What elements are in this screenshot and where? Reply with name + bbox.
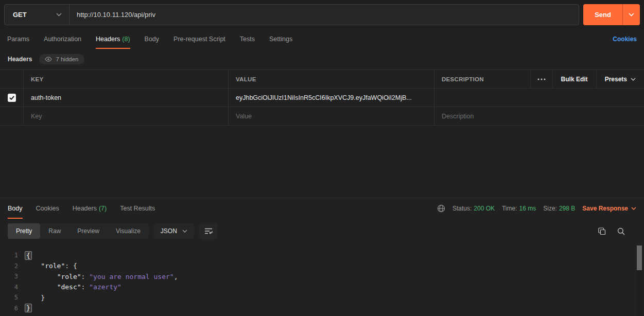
code-line-content: "role": "you are normal user", xyxy=(25,273,178,280)
search-icon[interactable] xyxy=(617,227,625,235)
bulk-edit-button[interactable]: Bulk Edit xyxy=(552,70,596,88)
send-button[interactable]: Send xyxy=(583,4,622,25)
request-bar: GET Send xyxy=(0,0,644,29)
send-options-button[interactable] xyxy=(622,4,640,25)
tab-headers[interactable]: Headers (8) xyxy=(96,29,130,49)
code-line-content: "desc": "azerty" xyxy=(25,283,121,291)
response-meta: Status: 200 OK Time: 16 ms Size: 298 B S… xyxy=(437,198,636,219)
view-mode-group: Pretty Raw Preview Visualize xyxy=(8,223,149,239)
presets-label: Presets xyxy=(605,76,627,83)
response-tab-test-results[interactable]: Test Results xyxy=(120,198,155,219)
postman-app: GET Send Params Authorization Headers (8… xyxy=(0,0,644,316)
chevron-down-icon xyxy=(182,230,187,233)
code-line-content: } xyxy=(25,294,45,302)
line-number: 2 xyxy=(0,262,25,270)
row-checkbox[interactable] xyxy=(8,94,16,102)
save-response-label: Save Response xyxy=(582,205,628,212)
response-tab-body[interactable]: Body xyxy=(8,198,23,219)
ellipsis-icon xyxy=(537,78,546,80)
code-line: 4 "desc": "azerty" xyxy=(0,282,644,293)
status-badge: Status: 200 OK xyxy=(452,205,495,212)
empty-area xyxy=(0,126,644,198)
wrap-lines-icon xyxy=(204,227,213,235)
new-key-field[interactable]: Key xyxy=(23,107,228,125)
chevron-down-icon xyxy=(56,13,62,16)
presets-button[interactable]: Presets xyxy=(596,70,644,88)
response-toolbar: Pretty Raw Preview Visualize JSON xyxy=(0,219,644,244)
time-value: 16 ms xyxy=(519,205,536,212)
scrollbar-thumb[interactable] xyxy=(637,245,642,270)
globe-icon[interactable] xyxy=(437,204,445,213)
response-tab-headers-label: Headers xyxy=(73,205,97,212)
size-value: 298 B xyxy=(559,205,575,212)
view-mode-pretty[interactable]: Pretty xyxy=(8,223,40,239)
select-all-cell xyxy=(0,70,23,88)
line-number: 5 xyxy=(0,294,25,301)
request-tabs: Params Authorization Headers (8) Body Pr… xyxy=(0,29,644,49)
header-value-field[interactable]: eyJhbGciOiJIUzI1NiIsInR5cCI6IkpXVCJ9.eyJ… xyxy=(228,89,434,107)
time-label: Time: xyxy=(502,205,517,212)
chevron-down-icon xyxy=(631,78,636,81)
eye-icon xyxy=(45,57,52,62)
save-response-button[interactable]: Save Response xyxy=(582,205,636,212)
checkbox-cell xyxy=(0,89,23,107)
tab-prerequest-script[interactable]: Pre-request Script xyxy=(173,29,225,49)
line-number: 3 xyxy=(0,273,25,280)
header-description-field[interactable] xyxy=(434,89,644,107)
cookies-link[interactable]: Cookies xyxy=(613,36,637,43)
header-row-new: Key Value Description xyxy=(0,107,644,126)
tab-tests[interactable]: Tests xyxy=(240,29,255,49)
header-key-field[interactable]: auth-token xyxy=(23,89,228,107)
time-badge: Time: 16 ms xyxy=(502,205,536,212)
method-label: GET xyxy=(13,11,27,19)
tab-settings[interactable]: Settings xyxy=(269,29,292,49)
column-description: DESCRIPTION xyxy=(434,76,530,82)
view-mode-raw[interactable]: Raw xyxy=(40,223,69,239)
size-badge: Size: 298 B xyxy=(543,205,575,212)
code-line: 6} xyxy=(0,303,644,314)
check-icon xyxy=(9,96,14,100)
headers-section-title: Headers xyxy=(8,56,32,63)
line-number: 1 xyxy=(0,252,25,259)
response-tabs: Body Cookies Headers (7) Test Results St… xyxy=(0,198,644,219)
response-tab-headers[interactable]: Headers (7) xyxy=(73,198,107,219)
hidden-headers-toggle[interactable]: 7 hidden xyxy=(39,54,84,64)
size-label: Size: xyxy=(543,205,557,212)
format-label: JSON xyxy=(161,227,177,235)
new-value-field[interactable]: Value xyxy=(228,107,434,125)
copy-icon[interactable] xyxy=(598,227,606,235)
wrap-lines-button[interactable] xyxy=(199,223,218,239)
code-line: 3 "role": "you are normal user", xyxy=(0,271,644,282)
column-value: VALUE xyxy=(228,70,434,88)
response-tab-cookies[interactable]: Cookies xyxy=(36,198,59,219)
hidden-headers-label: 7 hidden xyxy=(56,56,78,62)
response-panel: Body Cookies Headers (7) Test Results St… xyxy=(0,198,644,316)
headers-table-head: KEY VALUE DESCRIPTION Bulk Edit Presets xyxy=(0,69,644,89)
column-key: KEY xyxy=(23,70,228,88)
code-line: 1{ xyxy=(0,250,644,261)
more-actions-button[interactable] xyxy=(530,70,552,88)
method-select[interactable]: GET xyxy=(5,5,69,25)
header-row-auth-token: auth-token eyJhbGciOiJIUzI1NiIsInR5cCI6I… xyxy=(0,89,644,107)
response-body-viewer: 1{2 "role": {3 "role": "you are normal u… xyxy=(0,244,644,316)
new-description-field[interactable]: Description xyxy=(434,107,644,125)
format-select[interactable]: JSON xyxy=(154,223,194,239)
tab-headers-label: Headers xyxy=(96,36,120,43)
chevron-down-icon xyxy=(631,207,636,210)
headers-section-header: Headers 7 hidden xyxy=(0,49,644,69)
view-mode-visualize[interactable]: Visualize xyxy=(108,223,149,239)
url-input[interactable] xyxy=(69,5,579,25)
response-code: 1{2 "role": {3 "role": "you are normal u… xyxy=(0,250,644,313)
tab-params[interactable]: Params xyxy=(7,29,29,49)
view-mode-preview[interactable]: Preview xyxy=(69,223,108,239)
tab-authorization[interactable]: Authorization xyxy=(44,29,81,49)
scrollbar[interactable] xyxy=(637,245,642,316)
url-group: GET xyxy=(4,4,579,25)
tab-body[interactable]: Body xyxy=(145,29,160,49)
code-line: 2 "role": { xyxy=(0,261,644,272)
code-line: 5 } xyxy=(0,292,644,303)
checkbox-cell xyxy=(0,107,23,125)
status-value: 200 OK xyxy=(474,205,495,212)
response-actions xyxy=(598,227,636,235)
code-line-content: } xyxy=(25,304,32,312)
